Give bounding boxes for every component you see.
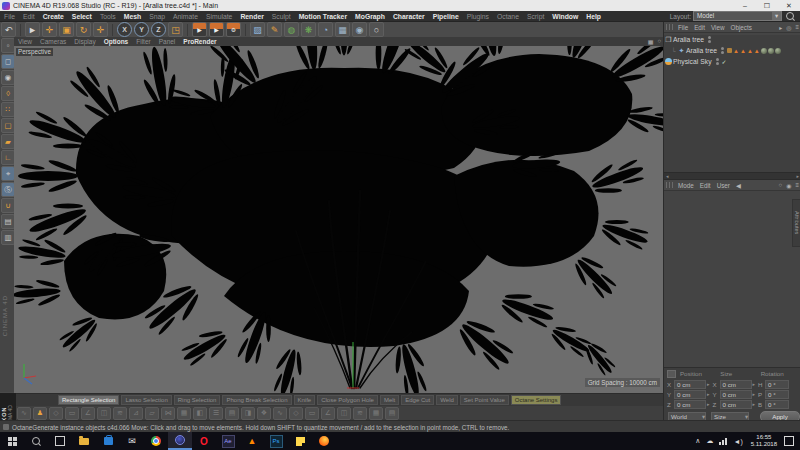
object-row-aralia-child[interactable]: └ ✦ Aralia tree ▲ ▲ ▲ ▲ [670,46,800,55]
cinema4d-taskbar-button[interactable] [168,432,192,450]
material-tag-icon[interactable] [768,48,774,54]
mode-rail-icon[interactable]: ∷ [1,102,15,117]
menu-item[interactable]: Pipeline [429,13,463,20]
selection-tag-icon[interactable]: ▲ [754,48,760,54]
mode-rail-icon[interactable]: ∪ [1,198,15,213]
position-field[interactable]: 0 cm [674,390,706,399]
menu-item[interactable]: Edit [19,13,39,20]
mode-rail-icon[interactable]: ▰ [1,134,15,149]
modeling-tool-icon[interactable]: ▤ [385,407,399,420]
viewport-menu-item[interactable]: Filter [132,38,154,45]
modeling-tool-icon[interactable]: ☰ [209,407,223,420]
render-settings-button[interactable]: ⚙ [226,22,241,37]
after-effects-button[interactable]: Ae [216,432,240,450]
mode-rail-icon[interactable]: ◊ [1,86,15,101]
objects-menu-item[interactable]: Objects [728,24,755,31]
add-cube-button[interactable]: ▨ [250,22,265,37]
menu-item[interactable]: Create [39,13,68,20]
modeling-command-button[interactable]: Rectangle Selection [58,395,119,405]
taskbar-search-button[interactable] [24,432,48,450]
close-button[interactable]: ✕ [778,0,800,11]
sticky-notes-button[interactable] [288,432,312,450]
menu-item[interactable]: Help [582,13,605,20]
panel-grip-icon[interactable] [666,182,673,188]
last-tool-icon[interactable]: ✛ [93,22,108,37]
viewport-canvas[interactable]: Perspective [14,46,663,393]
move-tool-icon[interactable]: ✛ [42,22,57,37]
panel-grip-icon[interactable] [666,24,673,30]
mode-rail-icon[interactable]: ⌖ [1,166,15,181]
rotation-field[interactable]: 0 ° [765,400,789,409]
menu-item[interactable]: Sculpt [268,13,295,20]
modeling-tool-icon[interactable]: ≋ [113,407,127,420]
network-icon[interactable] [716,438,730,445]
layout-select[interactable]: Model ▾ [693,11,782,21]
modeling-tool-icon[interactable]: ∿ [17,407,31,420]
modeling-tool-icon[interactable]: ❖ [257,407,271,420]
menu-item[interactable]: Window [548,13,582,20]
viewport-menu-item[interactable]: Display [70,38,99,45]
material-tag-icon[interactable] [775,48,781,54]
attributes-side-tab[interactable]: Attributes [792,199,800,247]
modeling-tool-icon[interactable]: ≋ [353,407,367,420]
octane-tag-icon[interactable] [727,48,732,53]
modeling-tool-icon[interactable]: ▦ [369,407,383,420]
add-floor-button[interactable]: ◍ [284,22,299,37]
photoshop-button[interactable]: Ps [264,432,288,450]
object-row-physical-sky[interactable]: Physical Sky ✓ [664,57,800,66]
menu-item[interactable]: Script [523,13,548,20]
objects-menu-icon[interactable]: ≡ [793,24,800,30]
modeling-command-button[interactable]: Knife [294,395,316,405]
objects-scrollbar[interactable]: ◂▸ [664,172,800,180]
objects-menu-item[interactable]: Edit [691,24,708,31]
store-button[interactable] [96,432,120,450]
modeling-tool-icon[interactable]: ⋈ [161,407,175,420]
mode-rail-icon[interactable]: ◻ [1,54,15,69]
modeling-tool-icon[interactable]: ⊿ [129,407,143,420]
menu-item[interactable]: Animate [169,13,202,20]
modeling-command-button[interactable]: Phong Break Selection [222,395,291,405]
modeling-tool-icon[interactable]: ▦ [177,407,191,420]
modeling-tool-icon[interactable]: ▭ [65,407,79,420]
scale-tool-icon[interactable]: ▣ [59,22,74,37]
viewport-menu-item[interactable]: View [14,38,36,45]
visibility-dots[interactable] [721,47,724,54]
mode-rail-icon[interactable]: ▫ [1,38,15,53]
visibility-dots[interactable] [716,58,719,65]
modeling-command-button[interactable]: Octane Settings [511,395,562,405]
modeling-tool-icon[interactable]: ◇ [49,407,63,420]
menu-item[interactable]: MoGraph [351,13,389,20]
live-selection-icon[interactable]: ► [25,22,40,37]
modeling-command-button[interactable]: Ring Selection [174,395,221,405]
modeling-tool-icon[interactable]: ▱ [145,407,159,420]
camera-button[interactable]: ◉ [352,22,367,37]
object-row-aralia-parent[interactable]: ❐ Aralia tree [664,35,800,44]
tag-strip[interactable]: ▲ ▲ ▲ ▲ [727,48,781,54]
spinner-icon[interactable]: ▸ [707,391,710,397]
maximize-button[interactable]: ☐ [756,0,778,11]
size-field[interactable]: 0 cm [720,380,752,389]
menu-item[interactable]: File [0,13,19,20]
taskbar-clock[interactable]: 16:55 5.11.2018 [746,434,782,448]
menu-item[interactable]: Mesh [120,13,145,20]
array-button[interactable]: ▦ [335,22,350,37]
menu-item[interactable]: Character [389,13,429,20]
coordinate-system-icon[interactable]: ◳ [168,22,183,37]
menu-item[interactable]: Motion Tracker [295,13,351,20]
spinner-icon[interactable]: ▸ [753,391,756,397]
notification-center-icon[interactable] [784,436,794,446]
viewport-menu-item[interactable]: Options [100,38,133,45]
modeling-tool-icon[interactable]: ◫ [97,407,111,420]
modeling-command-button[interactable]: Close Polygon Hole [317,395,378,405]
object-label[interactable]: Physical Sky [673,58,712,65]
mode-rail-icon[interactable]: ▥ [1,230,15,245]
attributes-menu-icon[interactable]: ≡ [793,182,800,188]
modeling-tool-icon[interactable]: ∠ [321,407,335,420]
x-axis-lock-button[interactable]: X [117,22,132,37]
material-tag-icon[interactable] [761,48,767,54]
undo-icon[interactable]: ↶ [1,22,16,37]
attributes-menu-item[interactable]: User [714,182,733,189]
mograph-button[interactable]: ❋ [301,22,316,37]
spinner-icon[interactable]: ▸ [707,381,710,387]
spline-pen-button[interactable]: ✎ [267,22,282,37]
